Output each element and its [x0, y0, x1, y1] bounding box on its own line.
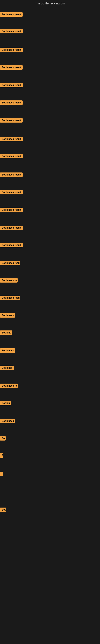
- bottleneck-badge[interactable]: Bottleneck result: [0, 100, 23, 105]
- bottleneck-badge[interactable]: Bottleneck result: [0, 172, 23, 177]
- bottleneck-badge[interactable]: Bottleneck result: [0, 65, 23, 70]
- bottleneck-badge[interactable]: Bottleneck result: [0, 83, 23, 87]
- bottleneck-item: |: [0, 472, 3, 477]
- bottleneck-badge[interactable]: Bottlene: [0, 330, 12, 335]
- bottleneck-badge[interactable]: Bottleneck result: [0, 154, 23, 158]
- bottleneck-item: Bottleneck result: [0, 243, 23, 248]
- bottleneck-item: Bottleneck result: [0, 137, 23, 142]
- bottleneck-badge[interactable]: Bottleneck re: [0, 278, 18, 282]
- bottleneck-badge[interactable]: Bottleneck result: [0, 137, 23, 141]
- bottleneck-badge[interactable]: |: [0, 472, 3, 476]
- bottleneck-badge[interactable]: Bottleneck resul: [0, 296, 20, 300]
- bottleneck-badge[interactable]: Bottleneck result: [0, 261, 20, 265]
- bottleneck-item: Bottleneck: [0, 419, 15, 424]
- bottleneck-item: Bottleneck result: [0, 261, 20, 266]
- bottleneck-item: Bottleneck result: [0, 154, 23, 159]
- bottleneck-item: Bottleneck result: [0, 48, 23, 53]
- bottleneck-item: Bo: [0, 436, 6, 441]
- bottleneck-item: Bottleneck result: [0, 65, 23, 70]
- bottleneck-item: Bottleneck result: [0, 83, 23, 88]
- bottleneck-item: Bottlen: [0, 401, 11, 406]
- bottleneck-item: Bottleneck result: [0, 226, 23, 231]
- bottleneck-item: Bottleneck result: [0, 118, 23, 123]
- bottleneck-badge[interactable]: Bottleneck result: [0, 118, 23, 122]
- bottleneck-badge[interactable]: Bottlenec: [0, 366, 14, 370]
- bottleneck-badge[interactable]: Bottleneck: [0, 313, 15, 318]
- site-title: TheBottlenecker.com: [0, 0, 100, 7]
- bottleneck-item: B: [0, 453, 3, 458]
- bottleneck-item: Bottleneck result: [0, 172, 23, 178]
- bottleneck-badge[interactable]: Bottleneck result: [0, 208, 23, 212]
- bottleneck-item: Bottleneck result: [0, 12, 23, 18]
- bottleneck-item: Bot: [0, 508, 6, 513]
- bottleneck-badge[interactable]: Bottleneck result: [0, 226, 23, 230]
- bottleneck-item: Bottleneck re: [0, 278, 18, 283]
- bottleneck-badge[interactable]: Bo: [0, 436, 6, 440]
- bottleneck-item: Bottleneck result: [0, 190, 23, 195]
- bottleneck-badge[interactable]: Bottleneck result: [0, 243, 23, 247]
- bottleneck-badge[interactable]: B: [0, 453, 3, 458]
- bottleneck-item: Bottleneck result: [0, 29, 23, 34]
- bottleneck-badge[interactable]: Bottleneck result: [0, 190, 23, 194]
- bottleneck-item: Bottleneck resul: [0, 296, 20, 301]
- bottleneck-badge[interactable]: Bottleneck result: [0, 29, 23, 34]
- bottleneck-badge[interactable]: Bottleneck re: [0, 384, 18, 388]
- bottleneck-badge[interactable]: Bot: [0, 508, 6, 512]
- bottleneck-badge[interactable]: Bottleneck result: [0, 12, 23, 17]
- bottleneck-item: Bottleneck result: [0, 208, 23, 213]
- bottleneck-item: Bottleneck: [0, 348, 15, 354]
- bottleneck-badge[interactable]: Bottleneck: [0, 348, 15, 353]
- bottleneck-item: Bottlenec: [0, 366, 14, 371]
- bottleneck-item: Bottleneck: [0, 313, 15, 318]
- bottleneck-item: Bottlene: [0, 330, 12, 336]
- bottleneck-badge[interactable]: Bottlen: [0, 401, 11, 405]
- bottleneck-item: Bottleneck re: [0, 384, 18, 389]
- bottleneck-item: Bottleneck result: [0, 100, 23, 106]
- bottleneck-badge[interactable]: Bottleneck result: [0, 48, 23, 52]
- bottleneck-badge[interactable]: Bottleneck: [0, 419, 15, 423]
